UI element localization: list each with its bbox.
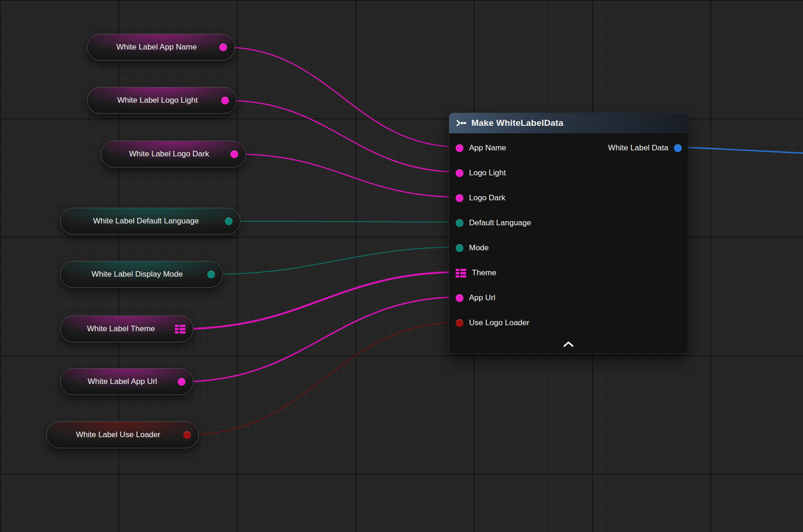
getter-node-white-label-logo-dark[interactable]: White Label Logo Dark bbox=[101, 141, 246, 167]
input-pin-label: Theme bbox=[472, 268, 496, 278]
input-pin-enum[interactable] bbox=[456, 219, 463, 227]
blueprint-graph-canvas[interactable]: White Label App Name White Label Logo Li… bbox=[0, 0, 803, 532]
output-pin-bool[interactable] bbox=[183, 431, 191, 439]
input-row-mode: Mode bbox=[449, 235, 688, 260]
chevron-up-icon bbox=[563, 341, 574, 347]
input-row-default-language: Default Language bbox=[449, 210, 688, 235]
getter-label: White Label Default Language bbox=[70, 217, 225, 226]
input-pin-string[interactable] bbox=[456, 194, 463, 202]
getter-node-white-label-app-url[interactable]: White Label App Url bbox=[60, 368, 193, 395]
output-row-white-label-data: White Label Data bbox=[608, 136, 682, 161]
getter-node-white-label-theme[interactable]: White Label Theme bbox=[60, 315, 193, 342]
collapse-chevron-button[interactable] bbox=[562, 339, 575, 349]
getter-node-white-label-app-name[interactable]: White Label App Name bbox=[87, 34, 235, 61]
output-pin-enum[interactable] bbox=[207, 271, 215, 278]
input-row-use-logo-loader: Use Logo Loader bbox=[449, 310, 688, 335]
getter-node-white-label-default-language[interactable]: White Label Default Language bbox=[60, 208, 241, 235]
getter-label: White Label Display Mode bbox=[70, 270, 207, 279]
wire-white-label-data-out[interactable] bbox=[670, 147, 803, 153]
make-struct-icon bbox=[456, 119, 467, 127]
wire-use-loader[interactable] bbox=[188, 322, 461, 435]
input-row-app-url: App Url bbox=[449, 285, 688, 310]
input-pin-label: Logo Dark bbox=[469, 193, 505, 203]
input-pin-label: Mode bbox=[469, 243, 489, 253]
make-node-body: App Name Logo Light Logo Dark Default La… bbox=[449, 134, 688, 335]
output-pin-string[interactable] bbox=[219, 43, 227, 51]
getter-node-white-label-logo-light[interactable]: White Label Logo Light bbox=[87, 87, 237, 114]
output-pin-struct[interactable] bbox=[674, 144, 682, 152]
input-pin-label: Logo Light bbox=[469, 168, 506, 178]
getter-label: White Label Theme bbox=[70, 324, 175, 334]
output-pin-string[interactable] bbox=[230, 150, 238, 158]
wire-app-url[interactable] bbox=[182, 297, 461, 382]
input-pin-label: App Url bbox=[469, 293, 495, 303]
input-row-logo-dark: Logo Dark bbox=[449, 186, 688, 210]
getter-label: White Label App Name bbox=[97, 43, 219, 52]
struct-pin-icon[interactable] bbox=[175, 325, 185, 334]
input-row-theme: Theme bbox=[449, 260, 688, 285]
output-pin-enum[interactable] bbox=[225, 217, 233, 225]
getter-label: White Label Use Loader bbox=[56, 430, 183, 439]
getter-node-white-label-display-mode[interactable]: White Label Display Mode bbox=[60, 261, 223, 288]
wire-mode[interactable] bbox=[212, 247, 461, 274]
struct-pin-icon[interactable] bbox=[456, 269, 466, 278]
make-node-title: Make WhiteLabelData bbox=[471, 118, 563, 128]
input-pin-string[interactable] bbox=[456, 294, 463, 302]
getter-node-white-label-use-loader[interactable]: White Label Use Loader bbox=[46, 421, 199, 448]
wire-logo-dark[interactable] bbox=[235, 154, 461, 197]
input-pin-enum[interactable] bbox=[456, 244, 463, 252]
wire-app-name[interactable] bbox=[224, 47, 461, 147]
input-pin-label: App Name bbox=[469, 143, 506, 153]
make-whitelabeldata-node[interactable]: Make WhiteLabelData App Name Logo Light … bbox=[449, 112, 688, 354]
wire-default-language[interactable] bbox=[229, 221, 461, 222]
input-row-logo-light: Logo Light bbox=[449, 161, 688, 186]
input-pin-label: Use Logo Loader bbox=[469, 318, 529, 328]
input-pin-label: Default Language bbox=[469, 218, 531, 228]
input-pin-bool[interactable] bbox=[456, 319, 463, 327]
getter-label: White Label Logo Light bbox=[97, 96, 221, 105]
input-pin-string[interactable] bbox=[456, 169, 463, 177]
make-node-header[interactable]: Make WhiteLabelData bbox=[449, 113, 688, 134]
output-pin-label: White Label Data bbox=[608, 143, 668, 153]
getter-label: White Label Logo Dark bbox=[111, 149, 230, 159]
output-pin-string[interactable] bbox=[221, 97, 229, 105]
wire-logo-light[interactable] bbox=[226, 100, 461, 172]
getter-label: White Label App Url bbox=[70, 377, 178, 386]
output-pin-string[interactable] bbox=[178, 378, 185, 386]
input-pin-string[interactable] bbox=[456, 144, 463, 152]
